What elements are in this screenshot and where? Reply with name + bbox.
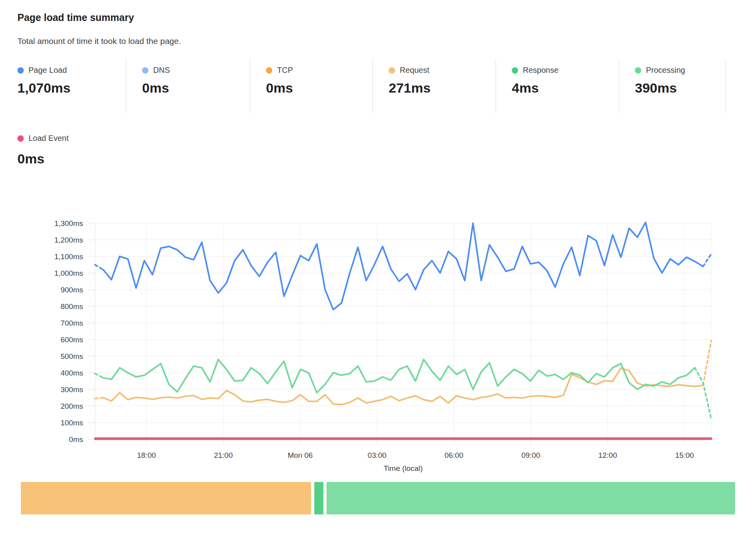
y-tick-label: 900ms (61, 286, 83, 294)
legend-item-tcp[interactable]: TCP 0ms (250, 59, 373, 113)
y-tick-label: 200ms (61, 402, 83, 410)
legend-item-load-event[interactable]: Load Event (17, 134, 68, 143)
request-dot-icon (389, 67, 395, 74)
page-load-summary-panel: Page load time summary Total amount of t… (0, 0, 756, 535)
legend-value: 0ms (142, 80, 250, 96)
tcp-dot-icon (266, 67, 272, 74)
load-event-value: 0ms (17, 151, 44, 167)
y-tick-label: 1,200ms (54, 236, 83, 244)
response-dot-icon (512, 67, 518, 74)
x-tick-label: Mon 06 (288, 451, 313, 459)
x-tick-label: 21:00 (214, 451, 233, 459)
y-tick-label: 800ms (61, 302, 83, 311)
processing-portion[interactable] (327, 482, 735, 514)
legend-label: DNS (153, 66, 170, 75)
plot-area[interactable] (95, 214, 711, 440)
legend-label: Page Load (28, 66, 67, 75)
y-tick-label: 400ms (61, 369, 83, 377)
legend-label: Processing (646, 66, 685, 75)
timeline-bar (21, 482, 735, 514)
y-tick-label: 1,300ms (54, 219, 83, 228)
y-tick-label: 500ms (61, 352, 83, 360)
y-tick-label: 600ms (61, 336, 83, 344)
legend-value: 1,070ms (17, 80, 126, 96)
legend-item-request[interactable]: Request 271ms (373, 59, 496, 113)
legend-value: 4ms (512, 80, 619, 96)
x-tick-label: 12:00 (598, 451, 617, 459)
y-tick-label: 300ms (61, 385, 83, 394)
legend-item-processing[interactable]: Processing 390ms (619, 59, 726, 113)
divider-sliver[interactable] (314, 482, 323, 514)
legend-value: 271ms (389, 80, 496, 96)
legend-value: 0ms (266, 80, 372, 96)
x-tick-label: 09:00 (521, 451, 540, 459)
load-event-dot-icon (17, 135, 24, 142)
legend-item-page-load[interactable]: Page Load 1,070ms (17, 59, 126, 113)
x-axis-label: Time (local) (384, 464, 423, 472)
y-tick-label: 700ms (61, 319, 83, 327)
request-portion[interactable] (21, 482, 311, 514)
page-subtitle: Total amount of time it took to load the… (17, 36, 181, 46)
legend-label: TCP (277, 66, 293, 75)
legend-value: 390ms (635, 80, 725, 96)
legend-label: Request (400, 66, 429, 75)
page-load-dot-icon (17, 67, 24, 74)
legend-label: Load Event (28, 134, 68, 143)
metrics-legend: Page Load 1,070ms DNS 0ms TCP 0ms Reques… (17, 59, 726, 113)
y-tick-label: 100ms (61, 419, 83, 427)
x-tick-label: 03:00 (368, 451, 387, 459)
x-tick-label: 18:00 (137, 451, 156, 459)
legend-label: Response (523, 66, 558, 75)
processing-dot-icon (635, 67, 641, 74)
legend-item-response[interactable]: Response 4ms (496, 59, 619, 113)
page-title: Page load time summary (17, 12, 134, 23)
bar-gap (311, 482, 314, 514)
y-tick-label: 0ms (69, 435, 83, 444)
y-tick-label: 1,100ms (54, 252, 83, 261)
dns-dot-icon (142, 67, 148, 74)
y-tick-label: 1,000ms (54, 269, 83, 277)
x-tick-label: 15:00 (675, 451, 694, 459)
legend-item-dns[interactable]: DNS 0ms (126, 59, 250, 113)
x-tick-label: 06:00 (444, 451, 463, 459)
bar-gap (323, 482, 327, 514)
